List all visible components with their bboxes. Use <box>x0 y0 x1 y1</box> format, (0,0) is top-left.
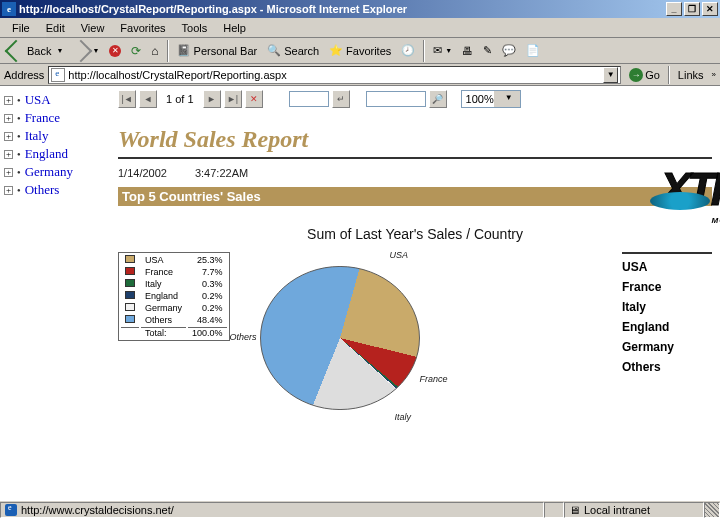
tree-item-usa[interactable]: +●USA <box>4 92 106 108</box>
tree-item-others[interactable]: +●Others <box>4 182 106 198</box>
goto-page-button[interactable]: ↵ <box>332 90 350 108</box>
country-list-item: Others <box>622 360 712 374</box>
legend-table: USA25.3%France7.7%Italy0.3%England0.2%Ge… <box>118 252 230 341</box>
home-button[interactable]: ⌂ <box>147 40 162 62</box>
history-button[interactable]: 🕗 <box>397 40 419 62</box>
zoom-select[interactable]: 100%▼ <box>461 90 521 108</box>
menu-edit[interactable]: Edit <box>38 20 73 36</box>
favorites-button[interactable]: ⭐Favorites <box>325 40 395 62</box>
stop-load-button[interactable]: ✕ <box>245 90 263 108</box>
refresh-icon: ⟳ <box>131 44 141 58</box>
status-url: http://www.crystaldecisions.net/ <box>21 504 174 516</box>
pie-chart: USAFranceItalyOthers <box>240 252 460 442</box>
expand-icon[interactable]: + <box>4 168 13 177</box>
report-time: 3:47:22AM <box>195 167 248 179</box>
legend-row: Others48.4% <box>121 315 227 325</box>
legend-row: USA25.3% <box>121 255 227 265</box>
report-body: XTR MOUN World Sales Report 1/14/2002 3:… <box>110 126 720 442</box>
address-label: Address <box>4 69 44 81</box>
history-icon: 🕗 <box>401 44 415 57</box>
mail-button[interactable]: ✉▼ <box>429 40 456 62</box>
report-panel: |◄ ◄ 1 of 1 ► ►| ✕ ↵ 🔎 100%▼ XTR MOUN Wo… <box>110 86 720 500</box>
expand-icon[interactable]: + <box>4 96 13 105</box>
related-icon: 📄 <box>526 44 540 57</box>
report-date: 1/14/2002 <box>118 167 167 179</box>
status-bar: http://www.crystaldecisions.net/ 🖥 Local… <box>0 500 720 518</box>
status-url-cell: http://www.crystaldecisions.net/ <box>0 502 544 518</box>
expand-icon[interactable]: + <box>4 114 13 123</box>
next-page-button[interactable]: ► <box>203 90 221 108</box>
zone-icon: 🖥 <box>569 504 580 516</box>
chart-title: Sum of Last Year's Sales / Country <box>118 226 712 242</box>
legend-row: France7.7% <box>121 267 227 277</box>
tree-item-france[interactable]: +●France <box>4 110 106 126</box>
edit-icon: ✎ <box>483 44 492 57</box>
pie-label: USA <box>390 250 409 260</box>
menubar: File Edit View Favorites Tools Help <box>0 18 720 38</box>
print-button[interactable]: 🖶 <box>458 40 477 62</box>
tree-item-england[interactable]: +●England <box>4 146 106 162</box>
last-page-button[interactable]: ►| <box>224 90 242 108</box>
report-toolbar: |◄ ◄ 1 of 1 ► ►| ✕ ↵ 🔎 100%▼ <box>110 86 720 112</box>
titlebar: e http://localhost/CrystalReport/Reporti… <box>0 0 720 18</box>
search-icon: 🔍 <box>267 44 281 57</box>
related-button[interactable]: 📄 <box>522 40 544 62</box>
menu-view[interactable]: View <box>73 20 113 36</box>
legend-row: England0.2% <box>121 291 227 301</box>
maximize-button[interactable]: ❐ <box>684 2 700 16</box>
report-title: World Sales Report <box>118 126 712 153</box>
address-url[interactable]: http://localhost/CrystalReport/Reporting… <box>68 69 603 81</box>
forward-icon <box>70 39 93 62</box>
go-button[interactable]: →Go <box>625 65 664 85</box>
tree-item-germany[interactable]: +●Germany <box>4 164 106 180</box>
tree-item-italy[interactable]: +●Italy <box>4 128 106 144</box>
go-icon: → <box>629 68 643 82</box>
menu-tools[interactable]: Tools <box>174 20 216 36</box>
back-button[interactable]: Back▼ <box>4 40 67 62</box>
menu-file[interactable]: File <box>4 20 38 36</box>
toolbar: Back▼ ▼ ✕ ⟳ ⌂ 📓Personal Bar 🔍Search ⭐Fav… <box>0 38 720 64</box>
find-button[interactable]: 🔎 <box>429 90 447 108</box>
logo: XTR MOUN <box>660 162 720 225</box>
links-label[interactable]: Links <box>674 69 708 81</box>
search-button[interactable]: 🔍Search <box>263 40 323 62</box>
personal-bar-icon: 📓 <box>177 44 191 57</box>
country-list-item: France <box>622 280 712 294</box>
refresh-button[interactable]: ⟳ <box>127 40 145 62</box>
discuss-button[interactable]: 💬 <box>498 40 520 62</box>
minimize-button[interactable]: _ <box>666 2 682 16</box>
first-page-button[interactable]: |◄ <box>118 90 136 108</box>
favorites-icon: ⭐ <box>329 44 343 57</box>
expand-icon[interactable]: + <box>4 186 13 195</box>
prev-page-button[interactable]: ◄ <box>139 90 157 108</box>
edit-button[interactable]: ✎ <box>479 40 496 62</box>
status-zone-cell: 🖥 Local intranet <box>564 502 704 518</box>
country-list-item: Germany <box>622 340 712 354</box>
country-list-item: USA <box>622 260 712 274</box>
forward-button[interactable]: ▼ <box>69 40 103 62</box>
page-indicator: 1 of 1 <box>160 93 200 105</box>
personal-bar-button[interactable]: 📓Personal Bar <box>173 40 262 62</box>
search-text-input[interactable] <box>366 91 426 107</box>
country-list-item: Italy <box>622 300 712 314</box>
address-dropdown[interactable]: ▼ <box>603 67 618 83</box>
goto-page-input[interactable] <box>289 91 329 107</box>
legend-row: Italy0.3% <box>121 279 227 289</box>
address-box[interactable]: http://localhost/CrystalReport/Reporting… <box>48 66 621 84</box>
legend-total-row: Total:100.0% <box>121 327 227 338</box>
discuss-icon: 💬 <box>502 44 516 57</box>
resize-grip[interactable] <box>704 502 720 518</box>
ie-status-icon <box>5 504 17 516</box>
content-area: +●USA+●France+●Italy+●England+●Germany+●… <box>0 86 720 500</box>
page-icon <box>51 68 65 82</box>
home-icon: ⌂ <box>151 44 158 58</box>
expand-icon[interactable]: + <box>4 132 13 141</box>
menu-favorites[interactable]: Favorites <box>112 20 173 36</box>
close-button[interactable]: ✕ <box>702 2 718 16</box>
pie-label: Italy <box>395 412 412 422</box>
pie-label: France <box>420 374 448 384</box>
expand-icon[interactable]: + <box>4 150 13 159</box>
back-icon <box>5 39 28 62</box>
menu-help[interactable]: Help <box>215 20 254 36</box>
stop-button[interactable]: ✕ <box>105 40 125 62</box>
